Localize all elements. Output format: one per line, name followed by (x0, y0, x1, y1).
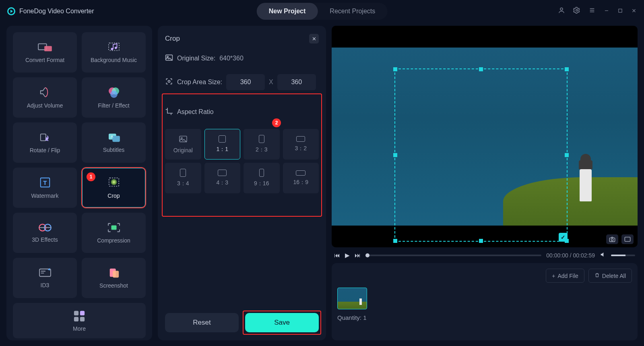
tool-grid: Convert Format Background Music Adjust V… (13, 32, 146, 338)
crop-panel-title: Crop (165, 35, 180, 43)
crop-confirm-icon[interactable]: ✓ (559, 233, 568, 242)
svg-rect-24 (113, 271, 119, 278)
ratio-label: 16：9 (293, 179, 308, 186)
crop-handle-tr[interactable] (565, 67, 569, 71)
3d-effects-icon (38, 223, 52, 232)
svg-point-31 (168, 81, 170, 83)
tool-adjust-volume[interactable]: Adjust Volume (13, 77, 77, 118)
fullscreen-icon[interactable] (621, 234, 634, 244)
crop-area-icon (165, 77, 173, 87)
svg-text:T: T (43, 179, 47, 186)
playback-controls: ⏮ ▶ ⏭ 00:00:00 / 00:02:59 (332, 251, 638, 259)
tool-label: Screenshot (99, 282, 128, 289)
background-music-icon (107, 41, 121, 53)
crop-handle-tm[interactable] (479, 67, 483, 71)
svg-rect-36 (625, 237, 630, 242)
tool-crop[interactable]: Crop1 (82, 168, 146, 208)
next-frame-button[interactable]: ⏭ (355, 252, 361, 259)
crop-selection-rect[interactable]: ✓ (394, 68, 568, 242)
ratio-label: 1：1 (216, 146, 228, 153)
aspect-ratio-2-3[interactable]: 2：3 (244, 129, 280, 160)
tool-label: 3D Effects (32, 236, 58, 243)
ratio-label: 9：16 (254, 180, 269, 187)
prev-frame-button[interactable]: ⏮ (334, 252, 340, 259)
ratio-label: 2：3 (256, 146, 268, 153)
svg-rect-21 (111, 225, 116, 230)
menu-icon[interactable] (588, 7, 596, 16)
maximize-icon[interactable] (617, 7, 623, 16)
tool-label: Convert Format (25, 57, 64, 63)
crop-handle-tl[interactable] (393, 67, 397, 71)
close-icon[interactable] (631, 7, 637, 16)
crop-height-input[interactable] (277, 74, 316, 90)
tool-label: Rotate / Flip (30, 147, 60, 153)
tool-id3[interactable]: ID3 (13, 258, 77, 298)
volume-slider[interactable] (611, 255, 635, 256)
crop-handle-bm[interactable] (479, 239, 483, 243)
aspect-ratio-1-1[interactable]: 1：1 (204, 129, 241, 160)
window-controls (558, 7, 637, 16)
aspect-ratio-3-4[interactable]: 3：4 (165, 163, 201, 193)
tool-rotate-flip[interactable]: Rotate / Flip (13, 122, 77, 163)
tool-panel: Convert Format Background Music Adjust V… (6, 26, 152, 340)
file-thumbnail[interactable] (337, 288, 367, 309)
tool-subtitles[interactable]: A Subtitles (82, 122, 146, 163)
save-button[interactable]: Save (245, 313, 319, 332)
crop-handle-ml[interactable] (393, 153, 397, 157)
ratio-label: Original (173, 147, 193, 153)
tool-more[interactable]: More (13, 303, 146, 338)
play-button[interactable]: ▶ (345, 252, 350, 259)
svg-rect-11 (40, 134, 45, 141)
watermark-icon: T (39, 176, 51, 189)
tool-label: Crop (107, 193, 120, 199)
svg-point-18 (111, 179, 117, 185)
tool-convert-format[interactable]: Convert Format (13, 32, 77, 73)
svg-rect-27 (74, 317, 78, 321)
video-preview[interactable]: ✓ (332, 26, 638, 247)
ratio-shape-icon (296, 136, 305, 142)
ratio-label: 3：2 (295, 145, 307, 152)
tool-screenshot[interactable]: Screenshot (82, 258, 146, 298)
tool-label: Filter / Effect (98, 102, 129, 109)
account-icon[interactable] (558, 7, 565, 16)
tool-watermark[interactable]: T Watermark (13, 168, 77, 208)
app-logo-icon (7, 7, 15, 15)
filter-effect-icon (107, 86, 120, 98)
timeline-slider[interactable] (365, 255, 541, 256)
tool-label: Adjust Volume (27, 102, 63, 109)
aspect-ratio-original[interactable]: Original (165, 129, 201, 160)
close-crop-panel-button[interactable]: ✕ (309, 34, 319, 44)
original-size-label: Original Size: (177, 55, 215, 62)
plus-icon: + (552, 273, 555, 279)
compression-icon (107, 222, 121, 233)
minimize-icon[interactable] (604, 7, 609, 16)
tool-3d-effects[interactable]: 3D Effects (13, 213, 77, 253)
crop-handle-bl[interactable] (393, 239, 397, 243)
aspect-ratio-9-16[interactable]: 9：16 (244, 163, 280, 193)
aspect-ratio-16-9[interactable]: 16：9 (283, 163, 319, 193)
svg-rect-26 (80, 311, 85, 315)
tool-compression[interactable]: Compression (82, 213, 146, 253)
preview-lighthouse (576, 154, 595, 202)
tab-recent-projects[interactable]: Recent Projects (318, 3, 387, 20)
svg-point-10 (110, 91, 118, 98)
tab-new-project[interactable]: New Project (257, 3, 318, 20)
aspect-ratio-3-2[interactable]: 3：2 (283, 129, 319, 160)
svg-rect-4 (44, 46, 52, 51)
svg-rect-13 (112, 136, 120, 142)
snapshot-icon[interactable] (606, 234, 618, 244)
delete-all-button[interactable]: Delete All (588, 269, 632, 283)
project-tab-switcher: New Project Recent Projects (257, 3, 388, 20)
add-file-button[interactable]: + Add File (546, 269, 584, 283)
crop-width-input[interactable] (226, 74, 265, 90)
tool-filter-effect[interactable]: Filter / Effect (82, 77, 146, 118)
crop-handle-mr[interactable] (565, 153, 569, 157)
tool-label: Background Music (91, 57, 137, 63)
volume-icon[interactable] (600, 251, 606, 259)
tool-background-music[interactable]: Background Music (82, 32, 146, 73)
aspect-ratio-4-3[interactable]: 4：3 (204, 163, 241, 193)
settings-icon[interactable] (573, 7, 580, 16)
tool-label: Watermark (31, 193, 59, 199)
ratio-shape-icon (180, 169, 186, 177)
reset-button[interactable]: Reset (165, 313, 239, 332)
